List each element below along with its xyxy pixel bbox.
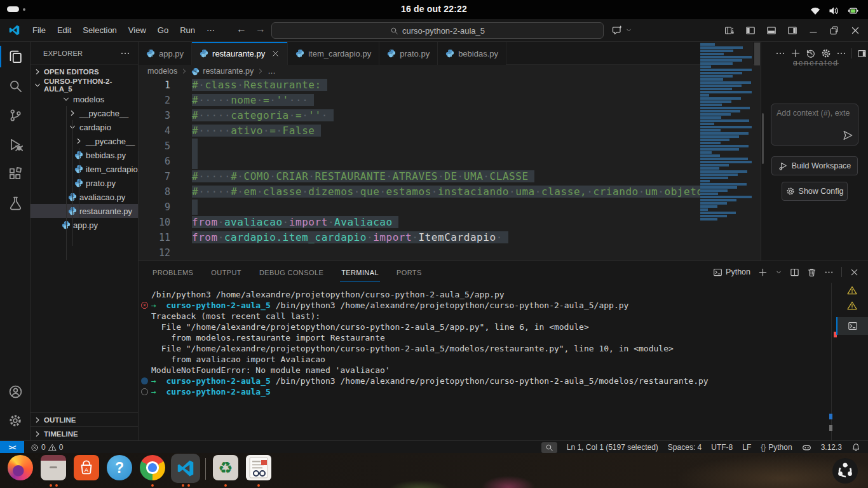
tree-item-__pycache__[interactable]: __pycache__ [31, 106, 138, 120]
panel-tab-debug-console[interactable]: DEBUG CONSOLE [258, 263, 325, 281]
tree-item-bebidas-py[interactable]: bebidas.py [31, 148, 138, 162]
customize-layout-icon[interactable] [722, 23, 737, 38]
new-terminal-icon[interactable] [758, 268, 768, 277]
problems-status[interactable]: 0 0 [31, 441, 63, 454]
tree-item-item_cardapio-py[interactable]: item_cardapio.py [31, 162, 138, 176]
code-editor[interactable]: 1#·class·Restaurante:2#·····nome·=·''···… [139, 78, 761, 261]
new-chat-icon[interactable] [790, 48, 801, 58]
minimize-button[interactable] [806, 23, 821, 38]
activity-testing-icon[interactable] [0, 188, 31, 217]
battery-icon[interactable] [846, 4, 859, 17]
tree-item-cardapio[interactable]: cardapio [31, 120, 138, 134]
dock-files-icon[interactable] [37, 453, 70, 488]
activity-run-debug-icon[interactable] [0, 130, 31, 159]
show-config-button[interactable]: Show Config [782, 182, 848, 201]
menu-[interactable]: ⋯ [201, 23, 220, 37]
panel-tab-output[interactable]: OUTPUT [210, 263, 243, 281]
tree-item-modelos[interactable]: modelos [31, 92, 138, 106]
terminal-output[interactable]: /bin/python3 /home/alexandre/projetopyth… [139, 289, 820, 440]
tab-restaurante.py[interactable]: restaurante.py [192, 42, 288, 65]
secondary-sidebar-icon[interactable] [857, 49, 867, 58]
encoding-status[interactable]: UTF-8 [711, 443, 733, 452]
activity-source-control-icon[interactable] [0, 100, 31, 130]
dock-help-icon[interactable]: ? [103, 453, 136, 488]
menu-edit[interactable]: Edit [51, 23, 77, 37]
editor-scrollbar[interactable] [754, 42, 761, 225]
breadcrumb-folder[interactable]: modelos [147, 67, 177, 76]
menu-go[interactable]: Go [152, 23, 174, 37]
activity-settings-icon[interactable] [0, 406, 31, 435]
breadcrumb[interactable]: modelos restaurante.py … [139, 65, 761, 78]
tab-item_cardapio.py[interactable]: item_cardapio.py [288, 42, 379, 65]
chat-more-icon[interactable] [775, 48, 785, 58]
system-clock[interactable]: 16 de out 22:22 [0, 4, 868, 14]
kill-terminal-icon[interactable] [807, 268, 817, 277]
toggle-panel-icon[interactable] [764, 23, 779, 38]
panel-tab-ports[interactable]: PORTS [395, 263, 423, 281]
terminal-profile-label[interactable]: Python [713, 268, 750, 277]
dock-trash-icon[interactable]: ♻ [209, 453, 242, 488]
chat-overflow-icon[interactable] [836, 48, 846, 58]
open-editors-section[interactable]: OPEN EDITORS [31, 64, 138, 78]
close-panel-icon[interactable] [850, 268, 859, 277]
indentation-status[interactable]: Spaces: 4 [668, 443, 702, 452]
panel-tab-problems[interactable]: PROBLEMS [151, 263, 194, 281]
chat-scrollbar[interactable] [762, 113, 764, 164]
breadcrumb-symbol[interactable]: … [268, 67, 276, 76]
tree-item-__pycache__[interactable]: __pycache__ [31, 134, 138, 148]
dock-firefox-icon[interactable] [4, 453, 37, 488]
tree-item-restaurante-py[interactable]: restaurante.py [31, 204, 138, 218]
activity-extensions-icon[interactable] [0, 159, 31, 188]
timeline-section[interactable]: TIMELINE [31, 426, 139, 440]
chat-settings-gear-icon[interactable] [821, 48, 831, 58]
close-tab-icon[interactable] [271, 50, 280, 58]
copilot-status-icon[interactable] [802, 443, 811, 452]
navigate-back-button[interactable]: ← [236, 24, 247, 35]
tab-bebidas.py[interactable]: bebidas.py [438, 42, 506, 65]
menu-selection[interactable]: Selection [77, 23, 122, 37]
explorer-more-actions-icon[interactable] [120, 48, 130, 58]
search-status-icon[interactable] [541, 442, 557, 453]
toggle-secondary-sidebar-icon[interactable] [785, 23, 800, 38]
panel-tab-terminal[interactable]: TERMINAL [340, 263, 380, 281]
tab-prato.py[interactable]: prato.py [379, 42, 438, 65]
dock-documents-icon[interactable] [242, 453, 275, 488]
terminal-relaunch-warning-icon[interactable] [836, 298, 868, 313]
command-center-search[interactable]: curso-python-2-aula_5 [271, 22, 604, 39]
wifi-icon[interactable] [810, 5, 821, 17]
terminal-relaunch-warning-icon[interactable] [836, 283, 868, 298]
language-status[interactable]: {}Python [761, 443, 792, 452]
show-apps-icon[interactable] [832, 458, 858, 484]
outline-section[interactable]: OUTLINE [31, 412, 139, 426]
terminal-dropdown-chevron-icon[interactable] [775, 269, 782, 276]
dock-chrome-icon[interactable] [136, 453, 169, 488]
navigate-forward-button[interactable]: → [255, 24, 266, 35]
activity-account-icon[interactable] [0, 377, 31, 406]
notifications-bell-icon[interactable] [851, 443, 860, 452]
minimap[interactable] [700, 42, 753, 225]
volume-icon[interactable] [828, 5, 839, 17]
activity-explorer-icon[interactable] [0, 42, 31, 71]
split-terminal-icon[interactable] [790, 268, 799, 277]
chat-history-icon[interactable] [806, 48, 816, 58]
copilot-chat-button[interactable] [612, 25, 632, 36]
tree-item-app-py[interactable]: app.py [31, 218, 138, 232]
terminal-tab-python[interactable] [836, 317, 868, 335]
menu-run[interactable]: Run [174, 23, 201, 37]
python-version-status[interactable]: 3.12.3 [821, 443, 842, 452]
build-workspace-button[interactable]: Build Workspace [771, 156, 858, 175]
root-folder-row[interactable]: CURSO-PYTHON-2-AULA_5 [31, 78, 138, 92]
panel-more-actions-icon[interactable] [824, 268, 834, 277]
close-button[interactable] [848, 23, 863, 38]
toggle-primary-sidebar-icon[interactable] [743, 23, 758, 38]
remote-indicator[interactable]: >< [0, 441, 24, 454]
menu-file[interactable]: File [27, 23, 51, 37]
dock-code-icon[interactable] [169, 453, 202, 488]
restore-button[interactable] [827, 23, 842, 38]
tree-item-avaliacao-py[interactable]: avaliacao.py [31, 190, 138, 204]
breadcrumb-file[interactable]: restaurante.py [203, 67, 254, 76]
eol-status[interactable]: LF [742, 443, 751, 452]
prompt-icon[interactable] [141, 388, 148, 395]
menu-view[interactable]: View [123, 23, 152, 37]
cursor-position-status[interactable]: Ln 1, Col 1 (5197 selected) [567, 443, 658, 452]
